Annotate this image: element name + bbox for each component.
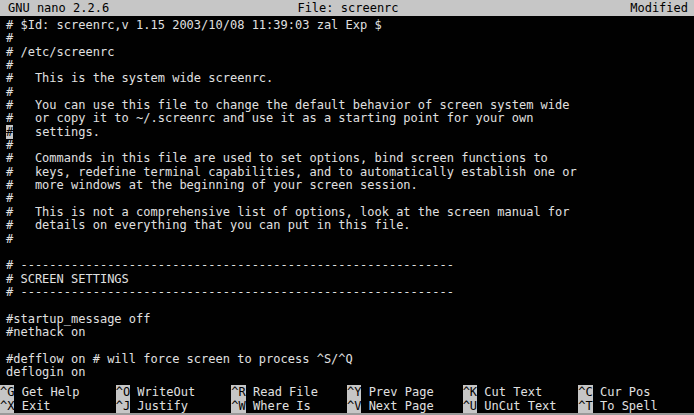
shortcut-writeout[interactable]: ^O WriteOut [116, 385, 232, 399]
editor-line[interactable]: # Commands in this file are used to set … [6, 152, 694, 165]
shortcut-label: UnCut Text [477, 399, 556, 413]
editor-line[interactable]: # more windows at the beginning of your … [6, 179, 694, 192]
shortcut-key: ^T [578, 399, 592, 413]
editor-line[interactable]: #defflow on # will force screen to proce… [6, 353, 694, 366]
editor-area[interactable]: # $Id: screenrc,v 1.15 2003/10/08 11:39:… [6, 19, 694, 379]
shortcut-label: Cut Text [477, 385, 542, 399]
editor-line[interactable]: # [6, 192, 694, 205]
shortcut-cur-pos[interactable]: ^C Cur Pos [578, 385, 694, 399]
shortcut-key: ^G [0, 385, 14, 399]
file-name: File: screenrc [235, 0, 462, 16]
editor-line[interactable]: # [6, 233, 694, 246]
shortcut-key: ^K [463, 385, 477, 399]
shortcut-key: ^C [578, 385, 592, 399]
help-bar: ^G Get Help^O WriteOut^R Read File^Y Pre… [0, 385, 694, 413]
shortcut-where-is[interactable]: ^W Where Is [231, 399, 347, 413]
shortcut-read-file[interactable]: ^R Read File [231, 385, 347, 399]
shortcut-next-page[interactable]: ^V Next Page [347, 399, 463, 413]
editor-line[interactable]: # SCREEN SETTINGS [6, 273, 694, 286]
shortcut-key: ^W [231, 399, 245, 413]
editor-line[interactable]: # This is not a comprehensive list of op… [6, 206, 694, 219]
editor-line[interactable]: # /etc/screenrc [6, 46, 694, 59]
shortcut-label: WriteOut [130, 385, 195, 399]
cursor: # [6, 125, 13, 139]
nano-version: GNU nano 2.2.6 [6, 0, 235, 16]
editor-line[interactable]: # $Id: screenrc,v 1.15 2003/10/08 11:39:… [6, 19, 694, 32]
shortcut-label: Get Help [14, 385, 79, 399]
editor-line[interactable]: # [6, 139, 694, 152]
shortcut-label: Read File [246, 385, 318, 399]
editor-line[interactable] [6, 339, 694, 352]
shortcut-key: ^X [0, 399, 14, 413]
shortcut-label: Prev Page [361, 385, 433, 399]
shortcut-label: Cur Pos [593, 385, 651, 399]
shortcut-key: ^Y [347, 385, 361, 399]
editor-line[interactable]: deflogin on [6, 366, 694, 379]
editor-line[interactable]: # settings. [6, 126, 694, 139]
editor-line[interactable]: # [6, 59, 694, 72]
terminal-screen[interactable]: GNU nano 2.2.6 File: screenrc Modified #… [0, 0, 694, 415]
help-row: ^G Get Help^O WriteOut^R Read File^Y Pre… [0, 385, 694, 399]
shortcut-get-help[interactable]: ^G Get Help [0, 385, 116, 399]
editor-line[interactable]: # or copy it to ~/.screenrc and use it a… [6, 112, 694, 125]
editor-line[interactable]: # keys, redefine terminal capabilities, … [6, 166, 694, 179]
editor-line[interactable]: # You can use this file to change the de… [6, 99, 694, 112]
editor-line[interactable]: #nethack on [6, 326, 694, 339]
shortcut-label: To Spell [593, 399, 658, 413]
editor-line[interactable]: # --------------------------------------… [6, 259, 694, 272]
shortcut-label: Next Page [361, 399, 433, 413]
shortcut-to-spell[interactable]: ^T To Spell [578, 399, 694, 413]
shortcut-key: ^V [347, 399, 361, 413]
editor-line[interactable]: # [6, 32, 694, 45]
shortcut-label: Justify [130, 399, 188, 413]
shortcut-exit[interactable]: ^X Exit [0, 399, 116, 413]
editor-line[interactable]: # --------------------------------------… [6, 286, 694, 299]
shortcut-cut-text[interactable]: ^K Cut Text [463, 385, 579, 399]
modified-indicator: Modified [461, 0, 688, 16]
shortcut-key: ^R [231, 385, 245, 399]
shortcut-label: Where Is [246, 399, 311, 413]
editor-line[interactable] [6, 246, 694, 259]
shortcut-label: Exit [14, 399, 50, 413]
title-bar: GNU nano 2.2.6 File: screenrc Modified [0, 0, 694, 16]
shortcut-key: ^U [463, 399, 477, 413]
editor-line[interactable]: # [6, 86, 694, 99]
help-row: ^X Exit^J Justify^W Where Is^V Next Page… [0, 399, 694, 413]
editor-line[interactable]: # This is the system wide screenrc. [6, 72, 694, 85]
shortcut-key: ^O [116, 385, 130, 399]
shortcut-key: ^J [116, 399, 130, 413]
shortcut-uncut-text[interactable]: ^U UnCut Text [463, 399, 579, 413]
editor-line[interactable] [6, 299, 694, 312]
shortcut-prev-page[interactable]: ^Y Prev Page [347, 385, 463, 399]
editor-line[interactable]: #startup_message off [6, 313, 694, 326]
shortcut-justify[interactable]: ^J Justify [116, 399, 232, 413]
editor-line[interactable]: # details on everything that you can put… [6, 219, 694, 232]
